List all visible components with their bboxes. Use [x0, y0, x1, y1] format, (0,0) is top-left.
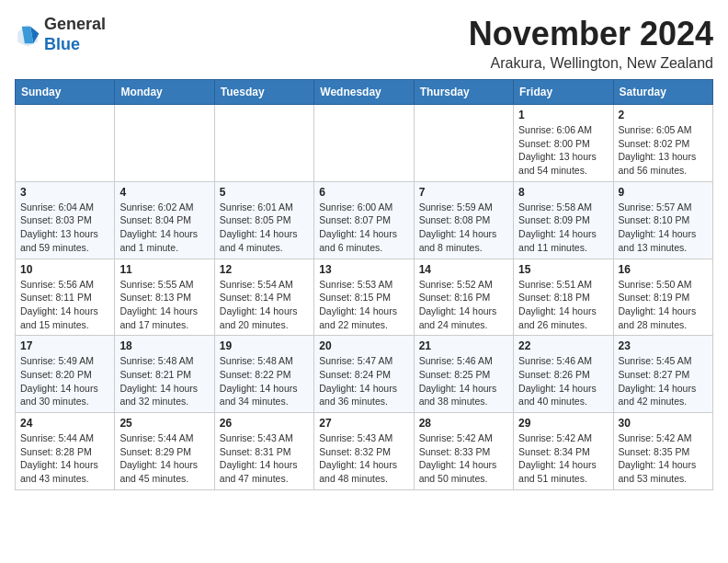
day-info: Sunrise: 5:46 AMSunset: 8:26 PMDaylight:… — [518, 354, 608, 408]
day-info: Sunrise: 5:55 AMSunset: 8:13 PMDaylight:… — [119, 278, 209, 332]
day-cell — [115, 105, 214, 182]
day-info: Sunrise: 5:56 AMSunset: 8:11 PMDaylight:… — [20, 278, 109, 332]
day-number: 17 — [20, 339, 109, 352]
day-info: Sunrise: 5:47 AMSunset: 8:24 PMDaylight:… — [319, 354, 408, 408]
day-info: Sunrise: 5:54 AMSunset: 8:14 PMDaylight:… — [220, 278, 309, 332]
day-cell: 29Sunrise: 5:42 AMSunset: 8:34 PMDayligh… — [514, 413, 613, 490]
logo-blue-text: Blue — [44, 35, 106, 55]
day-cell: 13Sunrise: 5:53 AMSunset: 8:15 PMDayligh… — [314, 259, 414, 336]
day-info: Sunrise: 5:48 AMSunset: 8:21 PMDaylight:… — [119, 354, 209, 408]
logo: General Blue — [15, 15, 106, 54]
week-row-2: 3Sunrise: 6:04 AMSunset: 8:03 PMDaylight… — [16, 181, 713, 259]
day-cell: 6Sunrise: 6:00 AMSunset: 8:07 PMDaylight… — [314, 181, 414, 259]
day-cell: 1Sunrise: 6:06 AMSunset: 8:00 PMDaylight… — [514, 105, 613, 182]
weekday-saturday: Saturday — [613, 80, 712, 105]
day-cell: 9Sunrise: 5:57 AMSunset: 8:10 PMDaylight… — [613, 181, 712, 259]
day-number: 28 — [419, 417, 508, 430]
day-number: 3 — [20, 186, 109, 199]
month-title: November 2024 — [469, 15, 713, 53]
day-cell — [16, 105, 115, 182]
week-row-5: 24Sunrise: 5:44 AMSunset: 8:28 PMDayligh… — [16, 413, 713, 490]
day-cell: 20Sunrise: 5:47 AMSunset: 8:24 PMDayligh… — [314, 336, 414, 413]
day-number: 10 — [20, 263, 109, 276]
day-info: Sunrise: 5:42 AMSunset: 8:34 PMDaylight:… — [518, 431, 608, 486]
day-number: 8 — [518, 186, 608, 199]
day-cell: 30Sunrise: 5:42 AMSunset: 8:35 PMDayligh… — [613, 413, 712, 490]
day-info: Sunrise: 5:48 AMSunset: 8:22 PMDaylight:… — [220, 354, 309, 408]
day-number: 23 — [619, 339, 708, 352]
day-info: Sunrise: 6:06 AMSunset: 8:00 PMDaylight:… — [518, 123, 608, 178]
weekday-header-row: SundayMondayTuesdayWednesdayThursdayFrid… — [16, 80, 713, 105]
day-info: Sunrise: 5:43 AMSunset: 8:32 PMDaylight:… — [319, 431, 408, 486]
weekday-thursday: Thursday — [414, 80, 513, 105]
week-row-4: 17Sunrise: 5:49 AMSunset: 8:20 PMDayligh… — [16, 336, 713, 413]
day-number: 22 — [518, 339, 608, 352]
day-info: Sunrise: 5:57 AMSunset: 8:10 PMDaylight:… — [619, 201, 708, 255]
day-info: Sunrise: 6:00 AMSunset: 8:07 PMDaylight:… — [319, 201, 408, 255]
day-info: Sunrise: 5:52 AMSunset: 8:16 PMDaylight:… — [419, 278, 508, 332]
day-info: Sunrise: 5:45 AMSunset: 8:27 PMDaylight:… — [619, 354, 708, 408]
day-info: Sunrise: 6:04 AMSunset: 8:03 PMDaylight:… — [20, 201, 109, 255]
day-cell: 7Sunrise: 5:59 AMSunset: 8:08 PMDaylight… — [414, 181, 513, 259]
day-info: Sunrise: 5:58 AMSunset: 8:09 PMDaylight:… — [518, 201, 608, 255]
day-info: Sunrise: 5:42 AMSunset: 8:35 PMDaylight:… — [619, 431, 708, 486]
day-cell: 11Sunrise: 5:55 AMSunset: 8:13 PMDayligh… — [115, 259, 214, 336]
day-number: 27 — [319, 417, 408, 430]
day-cell: 19Sunrise: 5:48 AMSunset: 8:22 PMDayligh… — [214, 336, 313, 413]
day-number: 20 — [319, 339, 408, 352]
day-cell: 21Sunrise: 5:46 AMSunset: 8:25 PMDayligh… — [414, 336, 513, 413]
day-number: 7 — [419, 186, 508, 199]
day-number: 6 — [319, 186, 408, 199]
day-number: 11 — [119, 263, 209, 276]
day-cell: 22Sunrise: 5:46 AMSunset: 8:26 PMDayligh… — [514, 336, 613, 413]
day-info: Sunrise: 5:49 AMSunset: 8:20 PMDaylight:… — [20, 354, 109, 408]
day-info: Sunrise: 5:50 AMSunset: 8:19 PMDaylight:… — [619, 278, 708, 332]
weekday-sunday: Sunday — [16, 80, 115, 105]
logo-icon — [15, 22, 40, 48]
day-number: 1 — [518, 109, 608, 121]
day-info: Sunrise: 5:46 AMSunset: 8:25 PMDaylight:… — [419, 354, 508, 408]
week-row-1: 1Sunrise: 6:06 AMSunset: 8:00 PMDaylight… — [16, 105, 713, 182]
location-title: Arakura, Wellington, New Zealand — [469, 55, 713, 72]
weekday-tuesday: Tuesday — [214, 80, 313, 105]
day-number: 2 — [619, 109, 708, 121]
day-number: 19 — [220, 339, 309, 352]
day-cell: 26Sunrise: 5:43 AMSunset: 8:31 PMDayligh… — [214, 413, 313, 490]
day-info: Sunrise: 5:59 AMSunset: 8:08 PMDaylight:… — [419, 201, 508, 255]
day-cell: 17Sunrise: 5:49 AMSunset: 8:20 PMDayligh… — [16, 336, 115, 413]
day-info: Sunrise: 5:42 AMSunset: 8:33 PMDaylight:… — [419, 431, 508, 486]
title-block: November 2024 Arakura, Wellington, New Z… — [469, 15, 713, 72]
day-info: Sunrise: 5:43 AMSunset: 8:31 PMDaylight:… — [220, 431, 309, 486]
day-number: 16 — [619, 263, 708, 276]
day-cell — [414, 105, 513, 182]
weekday-monday: Monday — [115, 80, 214, 105]
logo-general-text: General — [44, 15, 106, 35]
day-cell: 12Sunrise: 5:54 AMSunset: 8:14 PMDayligh… — [214, 259, 313, 336]
day-cell: 4Sunrise: 6:02 AMSunset: 8:04 PMDaylight… — [115, 181, 214, 259]
weekday-friday: Friday — [514, 80, 613, 105]
day-info: Sunrise: 6:05 AMSunset: 8:02 PMDaylight:… — [619, 123, 708, 178]
day-info: Sunrise: 5:44 AMSunset: 8:29 PMDaylight:… — [119, 431, 209, 486]
day-cell: 23Sunrise: 5:45 AMSunset: 8:27 PMDayligh… — [613, 336, 712, 413]
day-cell: 5Sunrise: 6:01 AMSunset: 8:05 PMDaylight… — [214, 181, 313, 259]
day-cell — [314, 105, 414, 182]
day-cell — [214, 105, 313, 182]
day-cell: 14Sunrise: 5:52 AMSunset: 8:16 PMDayligh… — [414, 259, 513, 336]
weekday-wednesday: Wednesday — [314, 80, 414, 105]
day-cell: 28Sunrise: 5:42 AMSunset: 8:33 PMDayligh… — [414, 413, 513, 490]
day-cell: 27Sunrise: 5:43 AMSunset: 8:32 PMDayligh… — [314, 413, 414, 490]
day-cell: 10Sunrise: 5:56 AMSunset: 8:11 PMDayligh… — [16, 259, 115, 336]
calendar-table: SundayMondayTuesdayWednesdayThursdayFrid… — [15, 79, 713, 490]
day-cell: 3Sunrise: 6:04 AMSunset: 8:03 PMDaylight… — [16, 181, 115, 259]
week-row-3: 10Sunrise: 5:56 AMSunset: 8:11 PMDayligh… — [16, 259, 713, 336]
day-number: 13 — [319, 263, 408, 276]
day-number: 5 — [220, 186, 309, 199]
day-number: 14 — [419, 263, 508, 276]
day-cell: 8Sunrise: 5:58 AMSunset: 8:09 PMDaylight… — [514, 181, 613, 259]
day-info: Sunrise: 5:53 AMSunset: 8:15 PMDaylight:… — [319, 278, 408, 332]
day-number: 21 — [419, 339, 508, 352]
day-cell: 15Sunrise: 5:51 AMSunset: 8:18 PMDayligh… — [514, 259, 613, 336]
day-number: 9 — [619, 186, 708, 199]
day-number: 18 — [119, 339, 209, 352]
day-info: Sunrise: 5:44 AMSunset: 8:28 PMDaylight:… — [20, 431, 109, 486]
